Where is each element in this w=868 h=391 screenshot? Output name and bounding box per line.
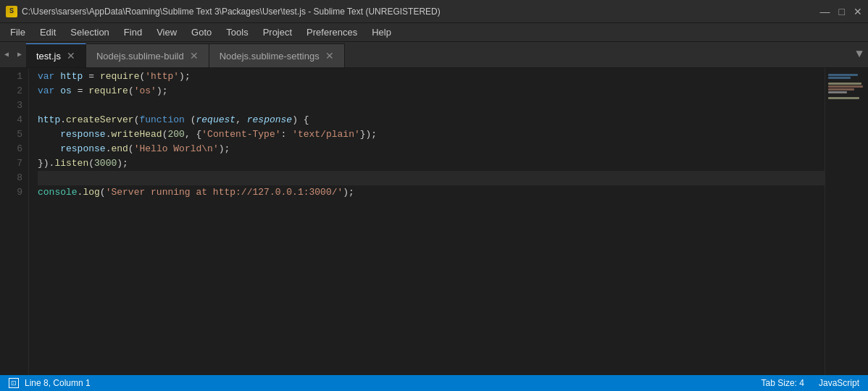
tab-nav-right[interactable]: ▶ <box>13 41 26 67</box>
status-position[interactable]: Line 8, Column 1 <box>25 378 91 388</box>
tab-label-nodejs-settings: Nodejs.sublime-settings <box>220 51 320 62</box>
editor-area: 1 2 3 4 5 6 7 8 9 var http = require('ht… <box>0 68 868 375</box>
close-button[interactable]: ✕ <box>854 7 862 17</box>
line-numbers: 1 2 3 4 5 6 7 8 9 <box>0 68 29 375</box>
code-line-5: response.writeHead(200, {'Content-Type':… <box>38 127 825 142</box>
status-right: Tab Size: 4 JavaScript <box>761 378 859 388</box>
menu-view[interactable]: View <box>149 25 184 40</box>
tab-close-nodejs-build[interactable]: ✕ <box>190 51 199 61</box>
tab-close-nodejs-settings[interactable]: ✕ <box>325 51 334 61</box>
status-bar: ⊡ Line 8, Column 1 Tab Size: 4 JavaScrip… <box>0 375 868 391</box>
code-line-7: }).listen(3000); <box>38 156 825 171</box>
status-language[interactable]: JavaScript <box>819 378 859 388</box>
tab-nodejs-settings[interactable]: Nodejs.sublime-settings ✕ <box>209 43 345 67</box>
title-left: S C:\Users\sarsers\AppData\Roaming\Subli… <box>6 6 441 17</box>
tab-overflow-button[interactable]: ▼ <box>851 41 868 67</box>
tabs-container: test.js ✕ Nodejs.sublime-build ✕ Nodejs.… <box>26 43 851 67</box>
tab-bar: ◀ ▶ test.js ✕ Nodejs.sublime-build ✕ Nod… <box>0 42 868 68</box>
line-num-6: 6 <box>0 142 22 156</box>
maximize-button[interactable]: □ <box>839 7 845 17</box>
menu-goto[interactable]: Goto <box>184 25 219 40</box>
line-num-7: 7 <box>0 156 22 171</box>
status-icon: ⊡ <box>9 378 19 388</box>
line-num-8: 8 <box>0 171 22 185</box>
title-text: C:\Users\sarsers\AppData\Roaming\Sublime… <box>22 7 441 17</box>
line-num-1: 1 <box>0 70 22 84</box>
line-num-3: 3 <box>0 98 22 113</box>
status-tab-size[interactable]: Tab Size: 4 <box>761 378 804 388</box>
menu-project[interactable]: Project <box>256 25 299 40</box>
tab-nav-left[interactable]: ◀ <box>0 41 13 67</box>
title-bar: S C:\Users\sarsers\AppData\Roaming\Subli… <box>0 0 868 23</box>
menu-help[interactable]: Help <box>364 25 398 40</box>
line-num-4: 4 <box>0 113 22 127</box>
minimap-content <box>828 74 865 100</box>
menu-tools[interactable]: Tools <box>219 25 255 40</box>
line-num-2: 2 <box>0 84 22 98</box>
line-num-9: 9 <box>0 185 22 200</box>
app-icon: S <box>6 6 17 17</box>
minimize-button[interactable]: — <box>820 7 830 17</box>
menu-find[interactable]: Find <box>117 25 149 40</box>
code-line-2: var os = require('os'); <box>38 84 825 98</box>
tab-label-nodejs-build: Nodejs.sublime-build <box>96 51 184 62</box>
menu-selection[interactable]: Selection <box>63 25 116 40</box>
code-line-1: var http = require('http'); <box>38 70 825 84</box>
menu-preferences[interactable]: Preferences <box>299 25 364 40</box>
line-num-5: 5 <box>0 127 22 142</box>
menu-file[interactable]: File <box>3 25 33 40</box>
code-line-3 <box>38 98 825 113</box>
code-line-8 <box>38 171 825 185</box>
menu-bar: File Edit Selection Find View Goto Tools… <box>0 23 868 42</box>
tab-test-js[interactable]: test.js ✕ <box>26 43 86 67</box>
code-line-6: response.end('Hello World\n'); <box>38 142 825 156</box>
minimap <box>825 68 868 375</box>
code-line-9: console.log('Server running at http://12… <box>38 185 825 200</box>
status-left: ⊡ Line 8, Column 1 <box>9 378 91 388</box>
tab-label-test-js: test.js <box>36 51 61 62</box>
code-area[interactable]: var http = require('http'); var os = req… <box>29 68 825 375</box>
window-controls: — □ ✕ <box>820 7 862 17</box>
code-line-4: http.createServer(function (request, res… <box>38 113 825 127</box>
tab-nodejs-build[interactable]: Nodejs.sublime-build ✕ <box>86 43 209 67</box>
tab-close-test-js[interactable]: ✕ <box>67 51 75 61</box>
menu-edit[interactable]: Edit <box>33 25 63 40</box>
